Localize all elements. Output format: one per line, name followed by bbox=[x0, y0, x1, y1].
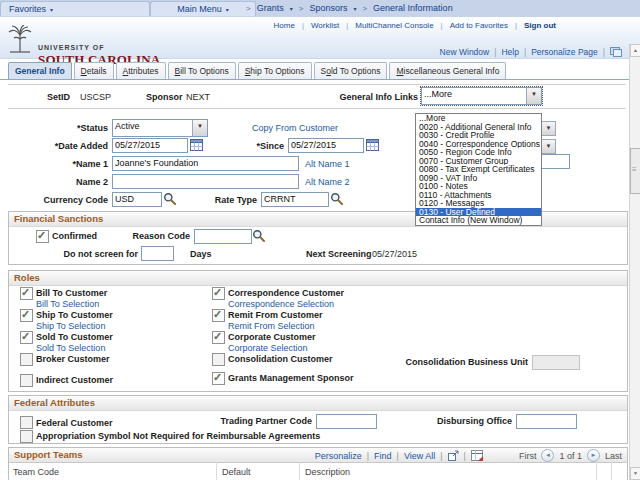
date-added-input[interactable]: 05/27/2015 bbox=[112, 138, 188, 153]
remit-from-customer-checkbox[interactable] bbox=[212, 309, 225, 322]
help-link[interactable]: Help bbox=[501, 47, 518, 57]
tab-sold-to-options[interactable]: Sold To Options bbox=[314, 62, 388, 80]
home-link[interactable]: Home bbox=[274, 21, 295, 30]
new-window-link[interactable]: New Window bbox=[440, 47, 490, 57]
multichannel-console-link[interactable]: MultiChannel Console bbox=[355, 21, 433, 30]
dropdown-option[interactable]: 0050 - Region Code Info bbox=[416, 148, 541, 157]
find-link[interactable]: Find bbox=[374, 451, 392, 461]
add-to-favorites-link[interactable]: Add to Favorites bbox=[450, 21, 508, 30]
corporate-selection-link[interactable]: Corporate Selection bbox=[228, 343, 308, 353]
dropdown-option[interactable]: 0020 - Additional General Info bbox=[416, 123, 541, 132]
tab-ship-to-options[interactable]: Ship To Options bbox=[238, 62, 312, 80]
tab-bill-to-options[interactable]: Bill To Options bbox=[168, 62, 236, 80]
separator: | bbox=[397, 451, 399, 461]
lookup-magnifier-icon[interactable] bbox=[252, 229, 265, 242]
next-screening-value: 05/27/2015 bbox=[372, 249, 417, 259]
name1-label: *Name 1 bbox=[0, 159, 108, 169]
personalize-link[interactable]: Personalize bbox=[315, 451, 362, 461]
dropdown-option[interactable]: 0120 - Messages bbox=[416, 199, 541, 208]
sold-to-customer-label: Sold To Customer bbox=[36, 332, 113, 342]
dropdown-option[interactable]: ...More bbox=[416, 114, 541, 123]
horizontal-rule bbox=[8, 108, 626, 109]
bill-to-customer-checkbox[interactable] bbox=[20, 287, 33, 300]
dropdown-option[interactable]: Contact Info (New Window) bbox=[416, 216, 541, 225]
hidden-text-input[interactable] bbox=[538, 154, 570, 169]
do-not-screen-input[interactable] bbox=[141, 246, 174, 261]
trading-partner-code-input[interactable] bbox=[316, 414, 377, 429]
name2-label: Name 2 bbox=[0, 177, 108, 187]
corporate-customer-checkbox[interactable] bbox=[212, 331, 225, 344]
personalize-page-link[interactable]: Personalize Page bbox=[531, 47, 598, 57]
tab-details[interactable]: Details bbox=[74, 62, 114, 80]
tab-attributes[interactable]: Attributes bbox=[116, 62, 166, 80]
dropdown-option[interactable]: 0030 - Credit Profile bbox=[416, 131, 541, 140]
confirmed-checkbox[interactable] bbox=[36, 230, 49, 243]
dropdown-option[interactable]: 0040 - Correspondence Options bbox=[416, 140, 541, 149]
column-header-team-code: Team Code bbox=[13, 467, 59, 477]
lookup-magnifier-icon[interactable] bbox=[330, 192, 343, 205]
correspondence-customer-checkbox[interactable] bbox=[212, 287, 225, 300]
vertical-scrollbar[interactable]: ▲ ▼ bbox=[629, 44, 640, 480]
sold-to-selection-link[interactable]: Sold To Selection bbox=[36, 343, 105, 353]
alt-name2-link[interactable]: Alt Name 2 bbox=[305, 177, 350, 187]
bill-to-selection-link[interactable]: Bill To Selection bbox=[36, 299, 99, 309]
correspondence-selection-link[interactable]: Correspondence Selection bbox=[228, 299, 334, 309]
tab-miscellaneous-general-info[interactable]: Miscellaneous General Info bbox=[389, 62, 506, 80]
chevron-down-icon: ▾ bbox=[50, 7, 53, 13]
grid-column-divider bbox=[611, 462, 612, 480]
breadcrumb-sponsors[interactable]: Sponsors bbox=[309, 3, 347, 13]
remit-from-selection-link[interactable]: Remit From Selection bbox=[228, 321, 315, 331]
indirect-customer-checkbox[interactable] bbox=[20, 374, 33, 387]
grants-management-sponsor-checkbox[interactable] bbox=[212, 372, 225, 385]
disbursing-office-input[interactable] bbox=[516, 414, 577, 429]
name2-input[interactable] bbox=[112, 174, 299, 189]
alt-name1-link[interactable]: Alt Name 1 bbox=[305, 159, 350, 169]
calendar-icon[interactable] bbox=[366, 138, 379, 151]
dropdown-option[interactable]: 0090 - VAT Info bbox=[416, 174, 541, 183]
chevron-down-icon[interactable]: ▾ bbox=[290, 5, 293, 12]
ship-to-selection-link[interactable]: Ship To Selection bbox=[36, 321, 105, 331]
view-all-link[interactable]: View All bbox=[404, 451, 435, 461]
separator: | bbox=[441, 21, 443, 30]
hidden-dropdown-arrow-icon[interactable]: ▼ bbox=[541, 121, 556, 136]
chevron-down-icon[interactable]: ▾ bbox=[353, 5, 356, 12]
pager-next-icon[interactable]: ► bbox=[587, 449, 600, 462]
grid-toolbar: Personalize | Find | View All | | First … bbox=[315, 449, 622, 462]
federal-customer-checkbox[interactable] bbox=[20, 416, 33, 429]
hidden-dropdown-arrow-icon[interactable]: ▼ bbox=[541, 139, 556, 154]
sign-out-link[interactable]: Sign out bbox=[524, 21, 556, 30]
sold-to-customer-checkbox[interactable] bbox=[20, 331, 33, 344]
zoom-grid-icon[interactable] bbox=[448, 450, 459, 461]
http-window-icon[interactable] bbox=[610, 47, 622, 57]
scrollbar-thumb[interactable] bbox=[630, 148, 640, 194]
favorites-menu[interactable]: Favorites▾ bbox=[0, 1, 150, 16]
broker-customer-checkbox[interactable] bbox=[20, 353, 33, 366]
consolidation-customer-checkbox[interactable] bbox=[212, 353, 225, 366]
name1-input[interactable]: Joanne's Foundation bbox=[112, 156, 299, 171]
appropriation-symbol-checkbox[interactable] bbox=[20, 430, 33, 443]
scroll-down-icon[interactable]: ▼ bbox=[630, 467, 640, 480]
dropdown-option[interactable]: 0110 - Attachments bbox=[416, 191, 541, 200]
status-select[interactable]: Active ▼ bbox=[112, 119, 208, 137]
reason-code-input[interactable] bbox=[194, 229, 252, 244]
tab-general-info[interactable]: General Info bbox=[8, 62, 72, 80]
pager-previous-icon[interactable]: ◄ bbox=[541, 449, 554, 462]
main-menu[interactable]: Main Menu▾ bbox=[150, 1, 256, 16]
download-to-excel-icon[interactable] bbox=[471, 450, 483, 461]
dropdown-option[interactable]: 0070 - Customer Group bbox=[416, 157, 541, 166]
rate-type-input[interactable]: CRRNT bbox=[261, 192, 329, 207]
dropdown-option-selected[interactable]: 0130 - User Defined bbox=[416, 208, 541, 217]
disbursing-office-label: Disbursing Office bbox=[432, 416, 512, 426]
copy-from-customer-link[interactable]: Copy From Customer bbox=[252, 123, 338, 133]
general-info-links-select[interactable]: ...More ▼ bbox=[421, 87, 542, 105]
dropdown-option[interactable]: 0080 - Tax Exempt Certificates bbox=[416, 165, 541, 174]
ship-to-customer-checkbox[interactable] bbox=[20, 309, 33, 322]
scroll-up-icon[interactable]: ▲ bbox=[630, 44, 640, 57]
since-input[interactable]: 05/27/2015 bbox=[288, 138, 364, 153]
worklist-link[interactable]: Worklist bbox=[311, 21, 339, 30]
breadcrumb-grants[interactable]: Grants bbox=[257, 3, 284, 13]
dropdown-option[interactable]: 0100 - Notes bbox=[416, 182, 541, 191]
grid-header-top-border bbox=[9, 462, 625, 463]
breadcrumb-separator-icon: > bbox=[362, 4, 367, 13]
separator: | bbox=[367, 451, 369, 461]
